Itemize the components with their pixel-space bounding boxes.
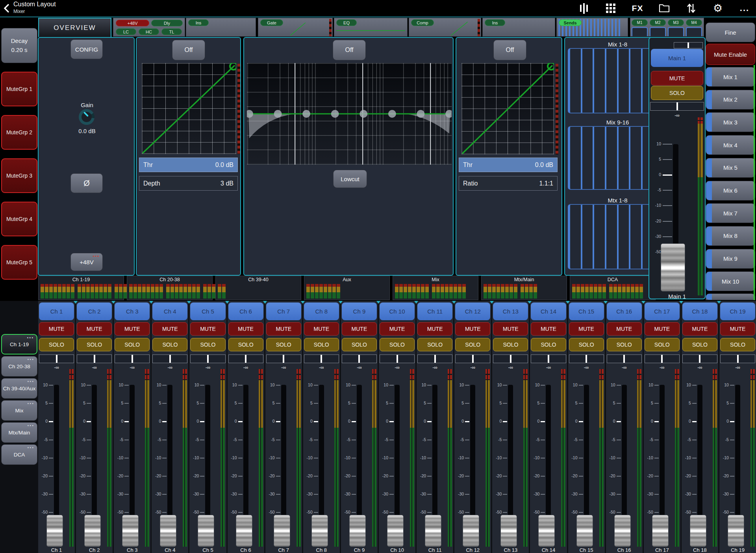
mute-enable-button[interactable]: Mute Enable	[706, 44, 755, 65]
channel-solo-button[interactable]: SOLO	[304, 338, 339, 351]
tab-overview[interactable]: OVERVIEW	[38, 18, 111, 37]
overview-insert2-box[interactable]: Ins	[482, 18, 555, 37]
channel-pan-slider[interactable]	[190, 354, 225, 363]
channel-fader-handle[interactable]	[500, 515, 517, 547]
send-slot[interactable]	[605, 127, 617, 189]
meter-bridge-section[interactable]: Mix	[393, 276, 478, 300]
channel-solo-button[interactable]: SOLO	[266, 338, 301, 351]
channel-solo-button[interactable]: SOLO	[607, 338, 642, 351]
overview-highcut-badge[interactable]: HC	[139, 28, 159, 35]
channel-fader-handle[interactable]	[122, 515, 139, 547]
channel-mute-button[interactable]: MUTE	[493, 322, 528, 336]
channel-mute-button[interactable]: MUTE	[115, 322, 150, 336]
mute-group-button[interactable]: MuteGrp 3	[1, 158, 37, 193]
channel-mute-button[interactable]: MUTE	[607, 322, 642, 336]
channel-fader-handle[interactable]	[349, 515, 366, 547]
sidebar-mix-5-button[interactable]: Mix 5	[706, 158, 755, 178]
channel-pan-slider[interactable]	[266, 354, 301, 363]
channel-pan-slider[interactable]	[531, 354, 566, 363]
send-slot[interactable]	[605, 49, 617, 113]
main-assign-badge[interactable]: M3	[668, 19, 684, 26]
layer-ch-20-38-button[interactable]: Ch 20-38•••	[1, 356, 37, 377]
channel-pan-slider[interactable]	[228, 354, 263, 363]
sidebar-mix-4-button[interactable]: Mix 4	[706, 135, 755, 155]
main-select-button[interactable]: Main 1	[651, 49, 703, 67]
send-slot[interactable]	[617, 127, 629, 189]
channel-select-button[interactable]: Ch 3	[115, 302, 150, 320]
phantom-button[interactable]: +48V •••	[70, 253, 103, 271]
channel-pan-slider[interactable]	[77, 354, 112, 363]
channel-select-button[interactable]: Ch 15	[569, 302, 604, 320]
overview-sends-box[interactable]: Sends	[556, 18, 628, 37]
send-slot[interactable]	[617, 205, 629, 269]
sidebar-mix-6-button[interactable]: Mix 6	[706, 181, 755, 200]
overview-preamp-box[interactable]: +48V Dly LC HC TL	[113, 18, 185, 37]
channel-mute-button[interactable]: MUTE	[342, 322, 377, 336]
channel-select-button[interactable]: Ch 7	[266, 302, 301, 320]
channel-pan-slider[interactable]	[607, 354, 642, 363]
meter-bridge-section[interactable]: Ch 20-38	[127, 276, 213, 300]
channel-mute-button[interactable]: MUTE	[39, 322, 74, 336]
channel-mute-button[interactable]: MUTE	[266, 322, 301, 336]
channel-solo-button[interactable]: SOLO	[342, 338, 377, 351]
main-assign-badge[interactable]: M4	[686, 19, 702, 26]
channel-fader-handle[interactable]	[652, 515, 669, 547]
mute-group-button[interactable]: MuteGrp 5	[1, 245, 37, 280]
channel-pan-slider[interactable]	[342, 354, 377, 363]
channel-fader-handle[interactable]	[690, 515, 706, 547]
channel-select-button[interactable]: Ch 1	[39, 302, 74, 320]
send-slot[interactable]	[605, 205, 617, 269]
channel-select-button[interactable]: Ch 14	[531, 302, 566, 320]
comp-thr-row[interactable]: Thr0.0 dB	[459, 158, 558, 172]
channel-solo-button[interactable]: SOLO	[720, 338, 755, 351]
channel-pan-slider[interactable]	[645, 354, 680, 363]
channel-select-button[interactable]: Ch 5	[190, 302, 225, 320]
channel-select-button[interactable]: Ch 11	[417, 302, 452, 320]
channel-fader-handle[interactable]	[463, 515, 479, 547]
channel-select-button[interactable]: Ch 13	[493, 302, 528, 320]
channel-pan-slider[interactable]	[115, 354, 150, 363]
channel-solo-button[interactable]: SOLO	[39, 338, 74, 351]
send-slot[interactable]	[570, 49, 581, 113]
send-slot[interactable]	[570, 205, 581, 269]
comp-graph[interactable]	[461, 63, 554, 154]
overview-gate-box[interactable]: Gate	[258, 18, 333, 37]
overview-phantom-badge[interactable]: +48V	[116, 20, 149, 26]
channel-fader-handle[interactable]	[538, 515, 555, 547]
channel-solo-button[interactable]: SOLO	[569, 338, 604, 351]
send-slot[interactable]	[629, 205, 641, 269]
overview-insert1-box[interactable]: Ins	[186, 18, 256, 37]
overview-eq-box[interactable]: EQ	[334, 18, 408, 37]
channel-mute-button[interactable]: MUTE	[720, 322, 755, 336]
back-icon[interactable]	[2, 3, 12, 13]
channel-pan-slider[interactable]	[152, 354, 187, 363]
mix-11-button-partial[interactable]	[706, 293, 755, 300]
channel-solo-button[interactable]: SOLO	[190, 338, 225, 351]
overview-lowcut-badge[interactable]: LC	[116, 28, 136, 35]
layer-mix-button[interactable]: Mix•••	[1, 400, 37, 421]
channel-solo-button[interactable]: SOLO	[115, 338, 150, 351]
main-width-indicator[interactable]	[674, 42, 703, 48]
meter-bridge-section[interactable]: Ch 1-19	[38, 276, 124, 300]
channel-fader-handle[interactable]	[728, 515, 744, 547]
channel-pan-slider[interactable]	[682, 354, 717, 363]
send-slot[interactable]	[593, 49, 605, 113]
channel-mute-button[interactable]: MUTE	[380, 322, 415, 336]
meter-bridge-section[interactable]: DCA	[570, 276, 656, 300]
gate-graph[interactable]	[142, 63, 236, 154]
main-fader-handle[interactable]	[661, 243, 685, 291]
channel-select-button[interactable]: Ch 12	[455, 302, 490, 320]
channel-solo-button[interactable]: SOLO	[417, 338, 452, 351]
gain-knob[interactable]	[79, 109, 94, 125]
mute-group-button[interactable]: MuteGrp 2	[1, 115, 37, 150]
channel-solo-button[interactable]: SOLO	[682, 338, 717, 351]
channel-pan-slider[interactable]	[380, 354, 415, 363]
gate-state-button[interactable]: Off	[172, 40, 205, 60]
channel-mute-button[interactable]: MUTE	[190, 322, 225, 336]
apps-grid-icon[interactable]	[605, 2, 617, 14]
channel-select-button[interactable]: Ch 9	[342, 302, 377, 320]
layer-dca-button[interactable]: DCA•••	[1, 444, 37, 465]
channel-pan-slider[interactable]	[720, 354, 755, 363]
channel-select-button[interactable]: Ch 16	[607, 302, 642, 320]
channel-fader-handle[interactable]	[84, 515, 101, 547]
